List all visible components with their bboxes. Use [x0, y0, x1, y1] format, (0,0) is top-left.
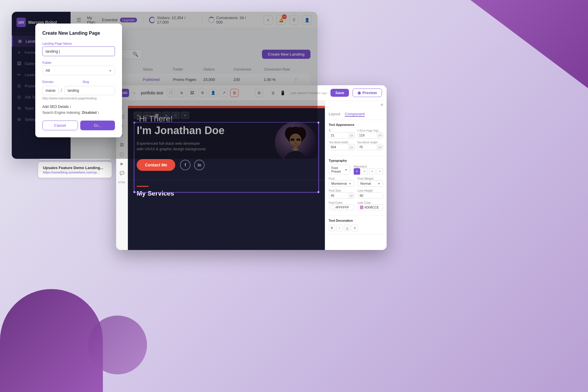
link-color-dot [360, 206, 363, 209]
continue-button[interactable]: Cr... [80, 121, 115, 130]
height-input-group: px [357, 144, 383, 150]
chat-tool[interactable]: 💬 [118, 169, 126, 177]
line-height-input[interactable] [358, 193, 383, 198]
cancel-button[interactable]: Cancel [42, 121, 78, 130]
seo-info-icon: ℹ [98, 111, 99, 115]
x-unit: px [349, 133, 355, 138]
tab-component[interactable]: Component [345, 112, 365, 117]
underline-button[interactable]: U [344, 225, 350, 231]
domain-select[interactable]: marcomrobot.page [43, 86, 58, 95]
modal-title: Create New Landing Page [42, 31, 115, 36]
align-center-button[interactable]: ≡ [361, 168, 368, 175]
y-input[interactable] [358, 132, 377, 138]
info-icon: ℹ [70, 105, 71, 109]
italic-button[interactable]: I [336, 225, 343, 231]
bg-shape-top-right [470, 0, 588, 88]
slug-label: Slug [77, 80, 115, 84]
text-appearance-title: Text Appearance [329, 123, 383, 126]
font-family-row: Font Montserrat ▼ Font Weight Normal ▼ [329, 177, 383, 187]
template-url: https://something.somewhere.com/up... [43, 171, 107, 174]
align-left-button[interactable]: ≡ [354, 168, 360, 175]
domain-select-wrapper: marcomrobot.page ▼ [42, 86, 59, 95]
width-unit: px [349, 144, 355, 150]
lp-services-bar [137, 186, 148, 187]
x-input-group: px [329, 132, 355, 139]
line-height-input-group [358, 192, 383, 199]
alignment-buttons: ≡ ≡ ≡ ≡ [354, 168, 383, 175]
strikethrough-button[interactable]: S [352, 225, 358, 231]
domain-slash: / [61, 88, 62, 93]
text-decoration-title: Text Decoration [329, 219, 383, 222]
text-appearance-section: Text Appearance X px Y (from Page Top) [325, 120, 387, 156]
height-unit: px [377, 144, 383, 150]
font-size-row: Font Size pt Line-Height [329, 189, 383, 199]
y-unit: px [377, 132, 383, 138]
save-button[interactable]: Save [330, 89, 349, 97]
bg-shape-bottom-left [0, 289, 103, 392]
font-preset-arrow: ▼ [345, 168, 348, 171]
typography-title: Typography [329, 159, 383, 162]
text-decoration-buttons: B I U S [329, 225, 383, 231]
font-size-input[interactable] [329, 193, 349, 198]
colors-row: Font Color #FFFFFF Link Color #D08CCE [329, 201, 383, 210]
slug-input[interactable] [64, 86, 115, 95]
folder-select-wrapper: All ▼ [42, 66, 115, 75]
y-input-group: px [357, 132, 383, 139]
font-size-input-group: pt [329, 192, 354, 199]
seo-section: Add SEO Details ℹ Search Engine Indexing… [42, 105, 115, 115]
select-arrow-icon: ▼ [109, 69, 112, 72]
landing-page-name-input[interactable] [42, 46, 115, 56]
facebook-icon[interactable]: f [180, 160, 191, 170]
template-name-2: Upsales Feature Demo Landing... [43, 166, 107, 170]
video-tool[interactable]: ▶ [118, 159, 126, 168]
landing-page-name-group: Landing Page Name [42, 42, 115, 56]
align-right-button[interactable]: ≡ [369, 168, 375, 175]
width-input[interactable] [329, 144, 349, 150]
html-tool[interactable]: HTML [118, 178, 126, 186]
wh-row: Text Block Width px Text Block Height px [329, 141, 383, 150]
landing-page-name-label: Landing Page Name [42, 42, 115, 45]
domain-group: Domain Slug marcomrobot.page ▼ / http://… [42, 80, 115, 100]
seo-indexing: Search Engine Indexing: Disabled ℹ [42, 111, 115, 115]
lp-social-icons: f in [180, 160, 205, 170]
folder-label: Folder [42, 61, 115, 64]
panel-tabs: Layout Component [325, 109, 387, 120]
contact-me-button[interactable]: Contact Me [137, 159, 175, 171]
preview-button[interactable]: ◉ Preview [353, 89, 382, 97]
linkedin-icon[interactable]: in [194, 160, 205, 170]
lp-services: My Services [128, 180, 325, 203]
x-input[interactable] [329, 132, 349, 138]
font-family-dropdown[interactable]: Montserrat ▼ [329, 180, 354, 187]
font-size-unit: pt [349, 193, 354, 198]
font-family-arrow: ▼ [349, 182, 352, 185]
domain-arrow-icon: ▼ [52, 89, 55, 92]
align-justify-button[interactable]: ≡ [377, 168, 383, 175]
panel-menu-icon[interactable]: ≡ [381, 102, 383, 107]
editor-right-panel: ≡ Layout Component Text Appearance X px [325, 101, 387, 250]
tab-layout[interactable]: Layout [329, 112, 340, 117]
width-input-group: px [329, 144, 355, 150]
lp-actions: Contact Me f in [137, 159, 275, 171]
font-weight-arrow: ▼ [377, 182, 380, 185]
create-landing-modal: Create New Landing Page Landing Page Nam… [35, 24, 122, 137]
link-color-swatch[interactable]: #D08CCE [358, 204, 383, 210]
bold-button[interactable]: B [329, 225, 335, 231]
font-color-dot [331, 206, 334, 209]
domain-url: http://www.marcomrobot.page/landing [42, 96, 115, 100]
bg-circle [88, 316, 147, 374]
template-item-2: Upsales Feature Demo Landing... https://… [38, 162, 112, 178]
xy-row: X px Y (from Page Top) px [329, 129, 383, 139]
folder-select[interactable]: All [43, 66, 115, 75]
seo-title: Add SEO Details ℹ [42, 105, 115, 109]
lp-services-title: My Services [137, 190, 316, 197]
preview-icon: ◉ [358, 91, 361, 95]
height-input[interactable] [358, 144, 377, 150]
domain-label: Domain [42, 80, 75, 84]
font-preset-dropdown[interactable]: Font Preset ▼ [329, 165, 350, 175]
domain-row: marcomrobot.page ▼ / [42, 86, 115, 95]
font-weight-dropdown[interactable]: Normal ▼ [358, 180, 383, 187]
modal-actions: Cancel Cr... [42, 121, 115, 130]
font-color-swatch[interactable]: #FFFFFF [329, 204, 354, 210]
font-preset-row: Font Preset ▼ Alignment ≡ ≡ ≡ ≡ [329, 165, 383, 175]
text-decoration-section: Text Decoration B I U S [325, 216, 387, 234]
